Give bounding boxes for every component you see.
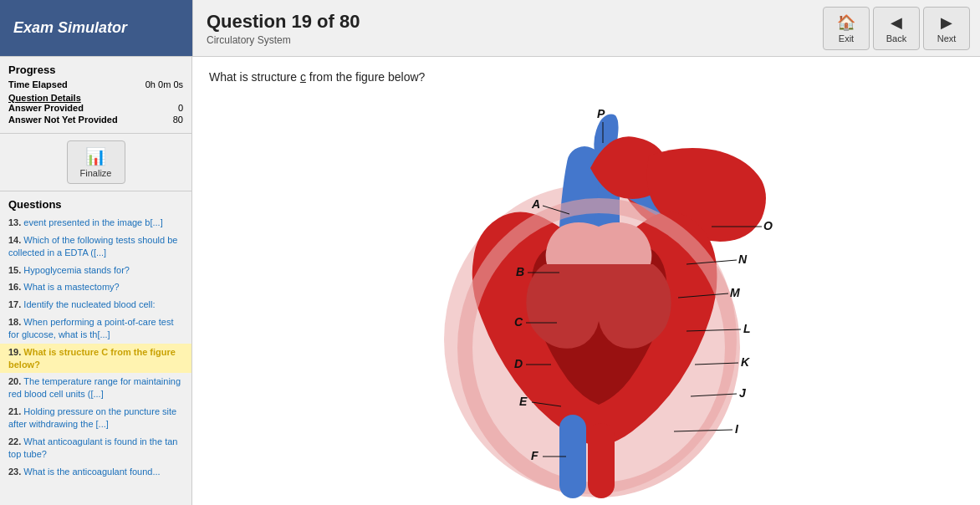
svg-text:E: E xyxy=(519,395,528,408)
question-list-item[interactable]: 13. event presented in the image b[...] xyxy=(0,214,191,232)
svg-rect-3 xyxy=(588,423,615,498)
finalize-button[interactable]: 📊 Finalize xyxy=(67,140,125,184)
back-icon: ◀ xyxy=(891,13,902,32)
answer-not-yet-value: 80 xyxy=(173,115,183,125)
svg-text:J: J xyxy=(739,386,747,400)
questions-list: 13. event presented in the image b[...]1… xyxy=(0,214,191,480)
question-subtitle: Circulatory System xyxy=(207,34,799,46)
answer-provided-value: 0 xyxy=(178,103,183,113)
svg-text:C: C xyxy=(514,315,523,329)
progress-title: Progress xyxy=(8,64,183,76)
answer-not-yet-label: Answer Not Yet Provided xyxy=(8,115,118,125)
time-elapsed-value: 0h 0m 0s xyxy=(145,79,183,89)
question-list-item[interactable]: 14. Which of the following tests should … xyxy=(0,232,191,262)
svg-text:D: D xyxy=(514,357,523,370)
svg-text:N: N xyxy=(738,252,748,266)
answer-provided-label: Answer Provided xyxy=(8,103,84,113)
svg-text:O: O xyxy=(763,219,773,232)
svg-text:F: F xyxy=(531,449,538,462)
exit-button[interactable]: 🏠 Exit xyxy=(823,7,870,50)
back-button[interactable]: ◀ Back xyxy=(873,7,920,50)
svg-text:A: A xyxy=(531,197,540,211)
svg-text:P: P xyxy=(597,107,605,120)
content-area: What is structure c from the figure belo… xyxy=(192,57,980,505)
finalize-icon: 📊 xyxy=(85,146,106,166)
svg-text:L: L xyxy=(743,322,751,335)
question-list-item[interactable]: 19. What is structure C from the figure … xyxy=(0,344,191,374)
progress-section: Progress Time Elapsed 0h 0m 0s Question … xyxy=(0,57,191,134)
question-list-item[interactable]: 18. When performing a point-of-care test… xyxy=(0,314,191,344)
svg-text:M: M xyxy=(730,286,740,299)
question-text: What is structure c from the figure belo… xyxy=(209,70,963,84)
next-button[interactable]: ▶ Next xyxy=(923,7,970,50)
questions-section-title: Questions xyxy=(0,195,191,214)
next-icon: ▶ xyxy=(941,13,952,32)
svg-text:I: I xyxy=(735,422,739,436)
question-list-item[interactable]: 17. Identify the nucleated blood cell: xyxy=(0,296,191,314)
question-list-item[interactable]: 23. What is the anticoagulant found... xyxy=(0,463,191,481)
question-list-item[interactable]: 16. What is a mastectomy? xyxy=(0,278,191,296)
time-elapsed-label: Time Elapsed xyxy=(8,79,68,89)
svg-text:K: K xyxy=(741,355,750,369)
question-list-item[interactable]: 15. Hypoglycemia stands for? xyxy=(0,262,191,279)
question-details-label: Question Details xyxy=(8,93,183,103)
question-title: Question 19 of 80 xyxy=(207,11,799,33)
question-list-item[interactable]: 20. The temperature range for maintainin… xyxy=(0,373,191,403)
svg-text:B: B xyxy=(516,265,524,278)
home-icon: 🏠 xyxy=(837,13,855,32)
heart-diagram: P A B C D E F xyxy=(352,97,820,505)
app-title: Exam Simulator xyxy=(0,0,192,56)
question-list-item[interactable]: 21. Holding pressure on the puncture sit… xyxy=(0,403,191,433)
question-list-item[interactable]: 22. What anticoagulant is found in the t… xyxy=(0,433,191,463)
